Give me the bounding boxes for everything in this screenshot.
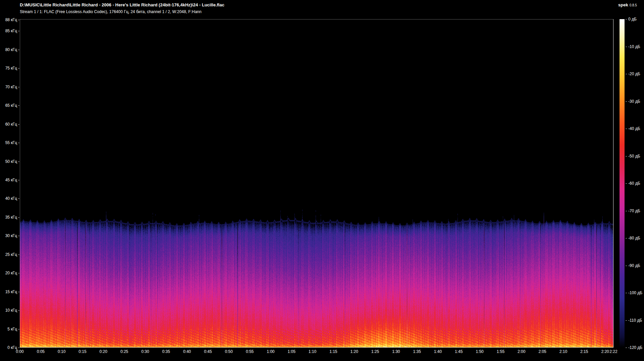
freq-tick	[18, 217, 19, 218]
freq-tick	[18, 50, 19, 50]
time-tick-label: 1:10	[306, 349, 319, 354]
freq-tick-label: 65 кГц	[0, 103, 17, 108]
db-tick-label: -40 дБ	[628, 126, 640, 131]
freq-tick	[18, 162, 19, 162]
freq-tick	[18, 292, 19, 292]
freq-tick	[18, 180, 19, 180]
db-tick	[626, 74, 627, 74]
db-tick	[626, 293, 627, 293]
spek-window: D:\MUSIC\Little Richard\Little Richard -…	[0, 0, 644, 361]
time-tick-label: 0:30	[139, 349, 152, 354]
db-tick-label: -110 дБ	[628, 318, 642, 323]
time-tick-label: 1:25	[369, 349, 382, 354]
app-name: spek	[618, 2, 628, 7]
freq-tick	[18, 31, 19, 31]
db-tick	[626, 320, 627, 321]
db-tick	[626, 348, 627, 348]
freq-tick-label: 25 кГц	[0, 252, 17, 257]
spectrogram-canvas	[20, 19, 613, 348]
freq-tick-label: 60 кГц	[0, 122, 17, 127]
app-brand: spek0.8.5	[618, 2, 637, 7]
freq-tick-label: 30 кГц	[0, 233, 17, 238]
time-tick-label: 0:00	[13, 349, 26, 354]
db-tick-label: -100 дБ	[628, 290, 642, 295]
db-tick-label: -10 дБ	[628, 44, 640, 49]
db-tick	[626, 101, 627, 102]
time-tick-label: 0:15	[76, 349, 89, 354]
time-tick-label: 0:05	[34, 349, 47, 354]
time-tick-label: 1:40	[431, 349, 444, 354]
time-tick-label: 0:35	[159, 349, 173, 354]
freq-tick	[18, 198, 19, 199]
freq-tick	[18, 20, 19, 20]
time-tick-label: 1:55	[494, 349, 507, 354]
time-tick-label: 0:40	[180, 349, 194, 354]
time-tick-label: 2:22	[607, 349, 620, 354]
db-tick-label: -90 дБ	[628, 263, 640, 268]
time-tick-label: 2:10	[556, 349, 570, 354]
db-tick-label: -80 дБ	[628, 236, 640, 240]
db-tick-label: 0 дБ	[628, 17, 637, 21]
freq-tick	[18, 143, 19, 143]
time-tick-label: 0:10	[55, 349, 68, 354]
db-tick	[626, 47, 627, 47]
freq-tick-label: 10 кГц	[0, 308, 17, 313]
freq-tick-label: 50 кГц	[0, 159, 17, 164]
db-tick-label: -30 дБ	[628, 99, 640, 104]
freq-tick-label: 40 кГц	[0, 196, 17, 201]
freq-tick-label: 80 кГц	[0, 47, 17, 52]
db-tick	[626, 129, 627, 129]
time-tick-label: 1:30	[389, 349, 403, 354]
freq-tick	[18, 348, 19, 348]
time-tick-label: 0:45	[201, 349, 215, 354]
db-tick	[626, 19, 627, 19]
freq-tick-label: 15 кГц	[0, 289, 17, 294]
db-gradient-bar	[620, 19, 625, 348]
freq-tick	[18, 255, 19, 255]
time-tick-label: 1:15	[327, 349, 340, 354]
time-tick-label: 0:25	[118, 349, 131, 354]
time-tick-label: 2:15	[578, 349, 591, 354]
time-tick-label: 1:45	[452, 349, 466, 354]
freq-tick-label: 85 кГц	[0, 29, 17, 33]
freq-tick	[18, 124, 19, 125]
freq-tick-label: 45 кГц	[0, 178, 17, 182]
freq-tick-label: 70 кГц	[0, 85, 17, 89]
db-tick-label: -50 дБ	[628, 154, 640, 159]
freq-tick	[18, 273, 19, 273]
time-tick-label: 1:50	[473, 349, 486, 354]
time-tick-label: 0:50	[222, 349, 235, 354]
freq-tick	[18, 329, 19, 329]
time-tick-label: 1:00	[264, 349, 277, 354]
db-tick	[626, 238, 627, 238]
app-version: 0.8.5	[630, 3, 637, 7]
time-tick-label: 2:05	[536, 349, 549, 354]
time-tick-label: 1:20	[347, 349, 361, 354]
freq-tick-label: 5 кГц	[0, 327, 17, 331]
freq-tick-label: 88 кГц	[0, 17, 17, 22]
time-tick-label: 1:05	[285, 349, 298, 354]
db-tick	[626, 183, 627, 184]
time-tick-label: 0:55	[243, 349, 257, 354]
freq-tick	[18, 236, 19, 236]
db-tick-label: -120 дБ	[628, 345, 642, 350]
window-file-path: D:\MUSIC\Little Richard\Little Richard -…	[20, 2, 224, 7]
db-tick	[626, 156, 627, 156]
db-tick	[626, 266, 627, 266]
freq-tick	[18, 87, 19, 87]
db-tick-label: -70 дБ	[628, 209, 640, 213]
time-tick-label: 1:35	[410, 349, 424, 354]
db-tick-label: -60 дБ	[628, 181, 640, 186]
freq-tick	[18, 68, 19, 69]
db-tick	[626, 211, 627, 211]
freq-tick-label: 20 кГц	[0, 271, 17, 275]
freq-tick-label: 35 кГц	[0, 215, 17, 220]
freq-tick-label: 55 кГц	[0, 140, 17, 145]
freq-tick	[18, 105, 19, 106]
time-tick-label: 0:20	[97, 349, 110, 354]
db-tick-label: -20 дБ	[628, 72, 640, 76]
stream-info: Stream 1 / 1: FLAC (Free Lossless Audio …	[20, 9, 202, 14]
freq-tick-label: 75 кГц	[0, 66, 17, 71]
freq-tick	[18, 310, 19, 311]
time-tick-label: 2:00	[515, 349, 528, 354]
